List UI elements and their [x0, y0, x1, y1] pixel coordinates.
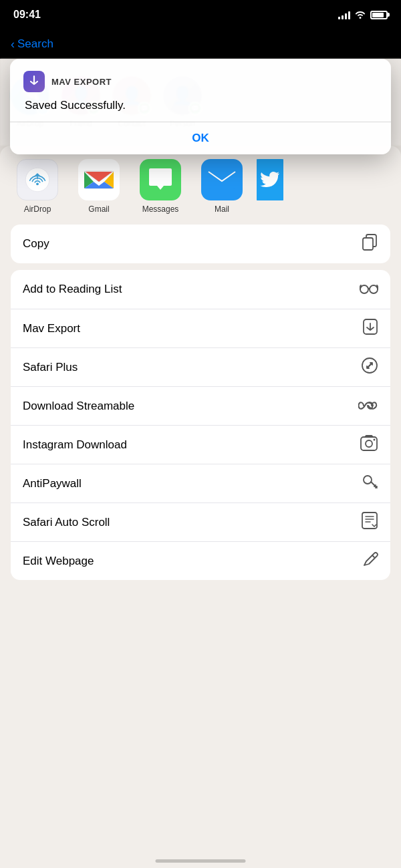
svg-point-12 — [374, 438, 376, 440]
svg-rect-5 — [363, 238, 373, 250]
wifi-icon — [354, 9, 366, 21]
dialog-header: MAV EXPORT — [23, 71, 378, 92]
safari-plus-action[interactable]: Safari Plus — [11, 347, 390, 386]
instagram-download-label: Instagram Download — [23, 438, 127, 452]
antipaywall-action[interactable]: AntiPaywall — [11, 464, 390, 502]
dialog-app-icon — [23, 71, 45, 92]
safari-auto-scroll-label: Safari Auto Scroll — [23, 516, 110, 529]
svg-point-6 — [360, 285, 368, 293]
infinity-icon — [358, 398, 378, 415]
share-sheet: AirDrop Gmail M — [0, 146, 401, 868]
copy-icon — [361, 233, 378, 255]
app-item-messages[interactable]: Messages — [134, 159, 187, 214]
copy-label: Copy — [23, 237, 49, 251]
app-item-mail[interactable]: Mail — [195, 159, 249, 214]
app-item-twitter[interactable] — [257, 159, 283, 200]
safari-auto-scroll-action[interactable]: Safari Auto Scroll — [11, 502, 390, 541]
svg-point-7 — [370, 285, 378, 293]
download-streamable-action[interactable]: Download Streamable — [11, 386, 390, 425]
compass-icon — [361, 357, 378, 378]
safari-plus-label: Safari Plus — [23, 361, 78, 374]
messages-label: Messages — [142, 204, 179, 214]
apps-row: AirDrop Gmail M — [0, 146, 401, 225]
glasses-icon — [360, 281, 378, 298]
dialog-message: Saved Successfully. — [23, 99, 378, 112]
mav-export-action[interactable]: Mav Export — [11, 309, 390, 347]
svg-point-13 — [364, 476, 372, 484]
mav-export-icon — [362, 318, 378, 339]
add-reading-list-action[interactable]: Add to Reading List — [11, 270, 390, 309]
copy-action[interactable]: Copy — [11, 225, 390, 263]
alert-dialog: MAV EXPORT Saved Successfully. OK — [10, 59, 391, 154]
edit-webpage-label: Edit Webpage — [23, 555, 94, 568]
instagram-download-action[interactable]: Instagram Download — [11, 425, 390, 464]
camera-icon — [360, 434, 378, 456]
antipaywall-label: AntiPaywall — [23, 477, 82, 490]
nav-bar: ‹ Search — [0, 29, 401, 59]
app-item-airdrop[interactable]: AirDrop — [11, 159, 64, 214]
pencil-icon — [362, 551, 378, 571]
action-group: Add to Reading List Mav Export — [11, 270, 390, 580]
status-icons — [338, 9, 388, 21]
mav-export-label: Mav Export — [23, 322, 80, 335]
status-bar: 09:41 — [0, 0, 401, 29]
mail-label: Mail — [215, 204, 229, 214]
signal-icon — [338, 10, 350, 19]
action-list: Copy Add to Reading List — [0, 225, 401, 580]
download-streamable-label: Download Streamable — [23, 400, 134, 413]
mail-app-icon — [201, 159, 243, 200]
messages-app-icon — [140, 159, 181, 200]
battery-icon — [370, 11, 388, 19]
scroll-icon — [361, 511, 378, 534]
airdrop-app-icon — [17, 159, 58, 200]
svg-rect-3 — [209, 170, 235, 189]
home-indicator — [156, 859, 246, 863]
dialog-ok-button[interactable]: OK — [10, 122, 391, 154]
status-time: 09:41 — [13, 9, 41, 21]
back-button[interactable]: ‹ Search — [11, 37, 53, 51]
svg-point-1 — [36, 182, 39, 185]
key-icon — [362, 473, 378, 494]
svg-point-11 — [366, 440, 372, 447]
app-item-gmail[interactable]: Gmail — [72, 159, 126, 214]
reading-list-label: Add to Reading List — [23, 283, 122, 296]
edit-webpage-action[interactable]: Edit Webpage — [11, 541, 390, 580]
airdrop-label: AirDrop — [24, 204, 51, 214]
dialog-app-name: MAV EXPORT — [51, 77, 112, 87]
twitter-app-icon — [257, 159, 283, 200]
gmail-label: Gmail — [88, 204, 109, 214]
back-label: Search — [17, 37, 53, 51]
gmail-app-icon — [78, 159, 120, 200]
back-chevron-icon: ‹ — [11, 38, 15, 50]
svg-point-0 — [25, 168, 49, 191]
dialog-body: MAV EXPORT Saved Successfully. — [10, 59, 391, 122]
